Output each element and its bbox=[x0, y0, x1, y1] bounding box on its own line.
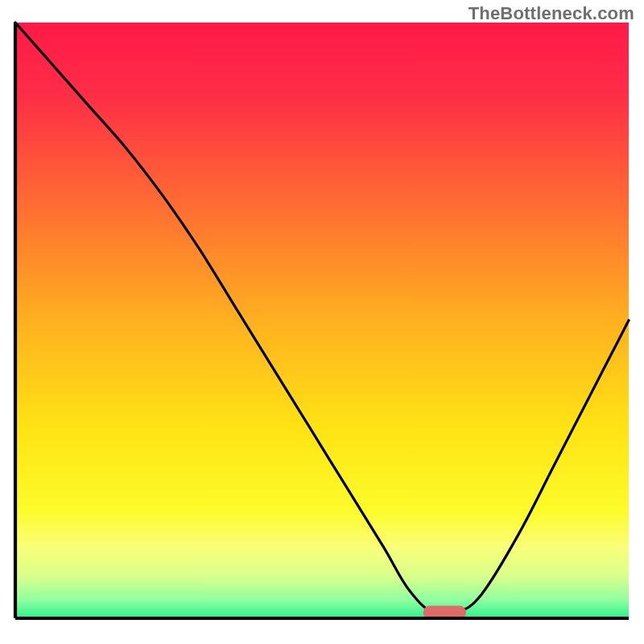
chart-stage: TheBottleneck.com bbox=[0, 0, 644, 644]
chart-svg bbox=[0, 0, 644, 644]
gradient-backdrop bbox=[15, 23, 629, 618]
plot-area bbox=[15, 23, 629, 619]
watermark-text: TheBottleneck.com bbox=[469, 3, 634, 24]
